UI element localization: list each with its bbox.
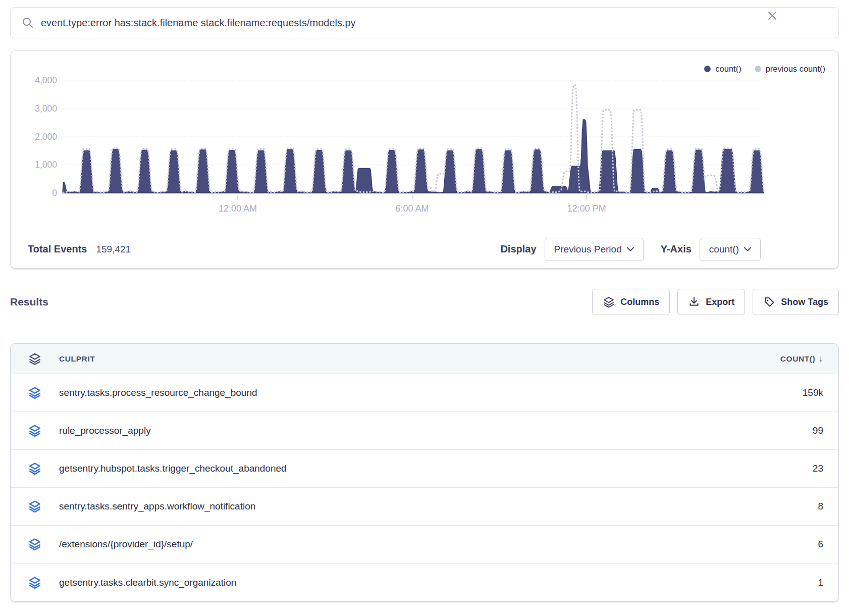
x-axis-tick-label: 12:00 AM <box>219 203 257 214</box>
culprit-cell: getsentry.tasks.clearbit.sync_organizati… <box>59 577 236 588</box>
legend-item-previous-count[interactable]: previous count() <box>755 64 825 74</box>
chevron-down-icon <box>744 247 751 251</box>
column-header-count[interactable]: COUNT() ↓ <box>780 353 838 364</box>
y-axis-tick-label: 4,000 <box>35 75 57 85</box>
columns-button-label: Columns <box>620 297 659 307</box>
layers-icon[interactable] <box>11 576 59 589</box>
culprit-cell: /extensions/{provider_id}/setup/ <box>59 539 193 550</box>
y-axis-tick-label: 1,000 <box>35 160 57 170</box>
display-select[interactable]: Previous Period <box>545 238 644 261</box>
total-events-value: 159,421 <box>96 244 131 255</box>
show-tags-button[interactable]: Show Tags <box>753 289 839 315</box>
y-axis-tick-label: 2,000 <box>35 132 57 142</box>
chevron-down-icon <box>627 247 634 251</box>
count-cell: 8 <box>818 501 838 512</box>
table-row: /extensions/{provider_id}/setup/6 <box>11 526 838 563</box>
y-axis-select[interactable]: count() <box>700 238 761 261</box>
search-input[interactable]: event.type:error has:stack.filename stac… <box>41 17 827 29</box>
y-axis-tick-label: 0 <box>52 188 57 198</box>
chart-footer: Total Events 159,421 Display Previous Pe… <box>11 230 838 268</box>
table-row: getsentry.tasks.clearbit.sync_organizati… <box>11 563 838 601</box>
results-title: Results <box>10 296 48 308</box>
count-cell: 1 <box>818 577 838 588</box>
count-series-area <box>63 120 764 193</box>
count-cell: 159k <box>803 387 838 398</box>
layers-icon[interactable] <box>11 386 59 399</box>
culprit-cell: sentry.tasks.sentry_apps.workflow_notifi… <box>59 501 255 512</box>
events-chart-panel: 01,0002,0003,0004,00012:00 AM6:00 AM12:0… <box>10 50 839 269</box>
layers-icon[interactable] <box>11 462 59 475</box>
x-axis-tick-label: 12:00 PM <box>567 203 606 214</box>
layers-icon <box>603 296 615 308</box>
search-bar[interactable]: event.type:error has:stack.filename stac… <box>10 7 839 38</box>
table-row: sentry.tasks.process_resource_change_bou… <box>11 374 838 412</box>
count-cell: 99 <box>813 425 838 436</box>
legend-label: previous count() <box>766 64 825 74</box>
count-series-dot <box>704 66 711 72</box>
show-tags-button-label: Show Tags <box>781 297 828 307</box>
legend-label: count() <box>715 64 741 74</box>
y-axis-selected-value: count() <box>709 244 739 255</box>
y-axis-label: Y-Axis <box>661 243 692 255</box>
layers-icon <box>28 352 41 366</box>
sort-desc-icon: ↓ <box>818 353 823 364</box>
total-events-label: Total Events <box>28 243 87 255</box>
events-time-series-chart[interactable]: 01,0002,0003,0004,00012:00 AM6:00 AM12:0… <box>11 51 838 225</box>
table-row: sentry.tasks.sentry_apps.workflow_notifi… <box>11 488 838 526</box>
layers-icon[interactable] <box>11 500 59 513</box>
columns-button[interactable]: Columns <box>592 289 670 315</box>
table-row: rule_processor_apply99 <box>11 412 838 450</box>
x-axis-tick-label: 6:00 AM <box>396 203 429 214</box>
download-icon <box>688 296 700 308</box>
table-header-row: CULPRIT COUNT() ↓ <box>11 344 838 374</box>
chart-legend: count() previous count() <box>704 64 825 74</box>
y-axis-tick-label: 3,000 <box>35 104 57 114</box>
export-button[interactable]: Export <box>677 289 745 315</box>
tag-icon <box>763 296 775 308</box>
legend-item-count[interactable]: count() <box>704 64 741 74</box>
column-header-culprit[interactable]: CULPRIT <box>59 354 95 364</box>
table-row: getsentry.hubspot.tasks.trigger_checkout… <box>11 450 838 488</box>
culprit-cell: rule_processor_apply <box>59 425 151 436</box>
layers-icon[interactable] <box>11 538 59 551</box>
display-label: Display <box>500 243 536 255</box>
display-selected-value: Previous Period <box>554 244 622 255</box>
results-table: CULPRIT COUNT() ↓ sentry.tasks.process_r… <box>10 343 839 602</box>
export-button-label: Export <box>706 297 734 307</box>
search-icon <box>22 17 34 29</box>
close-icon[interactable] <box>766 10 778 22</box>
previous-count-series-dot <box>755 66 761 72</box>
count-cell: 23 <box>813 463 838 474</box>
culprit-cell: getsentry.hubspot.tasks.trigger_checkout… <box>59 463 287 474</box>
count-header-label: COUNT() <box>780 354 816 364</box>
layers-icon[interactable] <box>11 424 59 437</box>
results-bar: Results Columns Export Show Tags <box>10 286 839 318</box>
culprit-cell: sentry.tasks.process_resource_change_bou… <box>59 387 257 398</box>
count-cell: 6 <box>818 539 838 550</box>
